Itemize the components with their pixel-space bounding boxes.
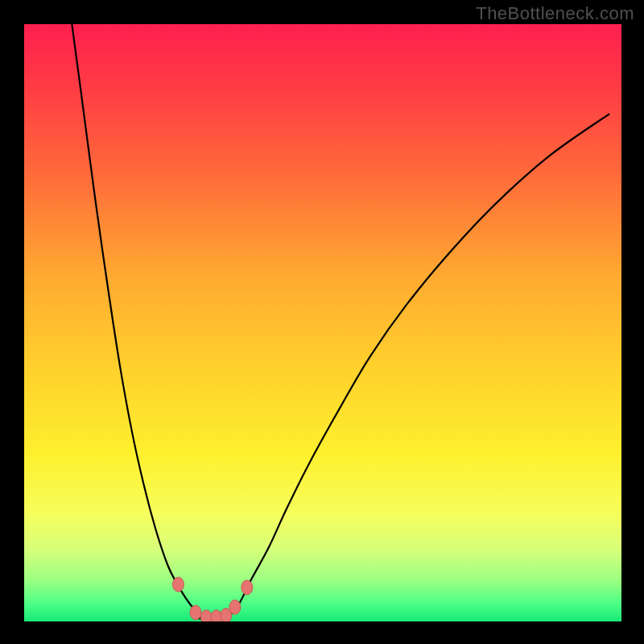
plot-area — [24, 24, 621, 621]
chart-frame: TheBottleneck.com — [0, 0, 644, 644]
curve-marker — [200, 610, 212, 621]
curve-marker — [229, 600, 241, 614]
curve-marker — [172, 577, 184, 592]
curve-right-branch — [227, 114, 609, 618]
curve-marker — [190, 605, 201, 620]
curve-left-branch — [72, 24, 203, 618]
curve-marker — [242, 580, 253, 595]
watermark-text: TheBottleneck.com — [476, 3, 634, 24]
curve-svg — [24, 24, 621, 621]
